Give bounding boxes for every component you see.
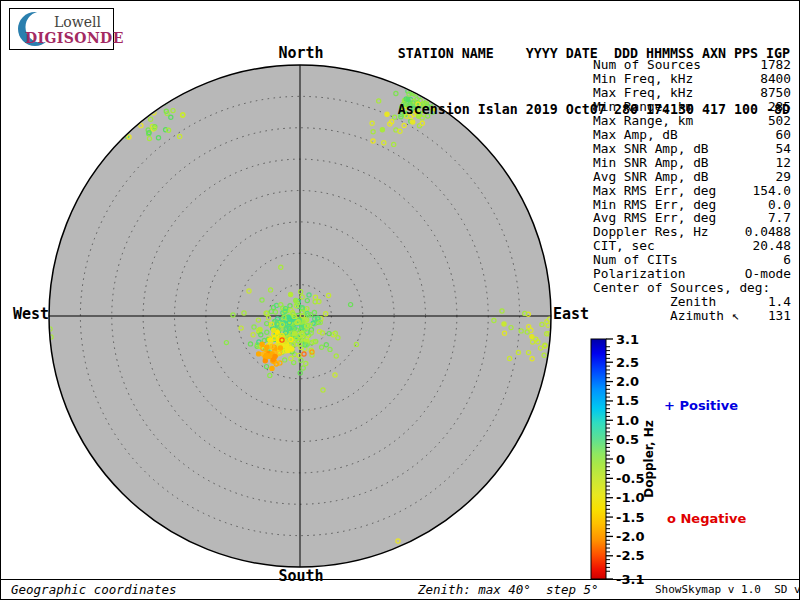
- stat-row: Max Amp, dB60: [593, 128, 791, 142]
- skymap-page: Lowell DIGISONDE STATION NAME YYYY DATE …: [0, 0, 800, 600]
- stat-row: Max Freq, kHz8750: [593, 86, 791, 100]
- stat-row: Avg SNR Amp, dB29: [593, 170, 791, 184]
- stat-label: Min Range, km: [593, 100, 693, 114]
- stat-value: 6: [783, 253, 791, 267]
- stat-value: 8400: [760, 72, 791, 86]
- stat-row: Num of Sources1782: [593, 58, 791, 72]
- stat-value: 29: [776, 170, 791, 184]
- stat-row: Zenith1.4: [593, 295, 791, 309]
- stat-label: Min Freq, kHz: [593, 72, 693, 86]
- stat-row: Center of Sources, deg:: [593, 281, 791, 295]
- stat-row: Max SNR Amp, dB54: [593, 142, 791, 156]
- stat-label: Max Amp, dB: [593, 128, 678, 142]
- compass-label-south: South: [273, 567, 329, 585]
- stat-label: Max SNR Amp, dB: [593, 142, 709, 156]
- colorbar-tick-label: -0.5: [616, 471, 644, 486]
- stat-label: Azimuth ↖: [593, 309, 739, 323]
- footer-zenith-label: Zenith: max 40° step 5°: [418, 582, 599, 597]
- colorbar-tick-label: 0.5: [616, 432, 639, 447]
- footer-coordinates-label: Geographic coordinates: [11, 582, 177, 597]
- colorbar-tick-label: -1.5: [616, 510, 644, 525]
- stats-panel: Num of Sources1782Min Freq, kHz8400Max F…: [593, 58, 791, 323]
- stat-label: Max Freq, kHz: [593, 86, 693, 100]
- logo-text-digisonde: DIGISONDE: [25, 30, 124, 46]
- stat-value: O-mode: [745, 267, 791, 281]
- compass-label-east: East: [553, 305, 589, 323]
- stat-label: Num of Sources: [593, 58, 701, 72]
- stat-value: 0.0488: [745, 225, 791, 239]
- stat-label: Avg RMS Err, deg: [593, 211, 716, 225]
- colorbar-tick-label: 2.5: [616, 355, 639, 370]
- colorbar-tick-label: 1.5: [616, 393, 639, 408]
- stat-label: Center of Sources, deg:: [593, 281, 770, 295]
- stat-label: Max RMS Err, deg: [593, 184, 716, 198]
- stat-label: Polarization: [593, 267, 685, 281]
- stat-row: CIT, sec20.48: [593, 239, 791, 253]
- stat-row: Doppler Res, Hz0.0488: [593, 225, 791, 239]
- legend-positive: + Positive: [664, 398, 738, 413]
- stat-label: Min SNR Amp, dB: [593, 156, 709, 170]
- stat-value: 1782: [760, 58, 791, 72]
- stat-value: 1.4: [768, 295, 791, 309]
- compass-label-west: West: [13, 305, 49, 323]
- stat-value: 12: [776, 156, 791, 170]
- stat-row: Max RMS Err, deg154.0: [593, 184, 791, 198]
- stat-label: Avg SNR Amp, dB: [593, 170, 709, 184]
- stat-value: 0.0: [768, 198, 791, 212]
- colorbar-tick-label: 3.1: [616, 332, 639, 347]
- stat-value: 131: [768, 309, 791, 323]
- stat-row: Min RMS Err, deg0.0: [593, 198, 791, 212]
- colorbar-tick-label: 1.0: [616, 413, 639, 428]
- stat-label: Doppler Res, Hz: [593, 225, 709, 239]
- colorbar-tick-label: -2.0: [616, 529, 644, 544]
- colorbar-tick-label: 0: [616, 452, 625, 467]
- stat-label: Zenith: [593, 295, 716, 309]
- stat-value: 154.0: [752, 184, 791, 198]
- digisonde-logo: Lowell DIGISONDE: [9, 8, 114, 50]
- stat-label: Min RMS Err, deg: [593, 198, 716, 212]
- stat-value: 20.48: [752, 239, 791, 253]
- logo-text-lowell: Lowell: [54, 14, 101, 30]
- stat-row: Min SNR Amp, dB12: [593, 156, 791, 170]
- legend-negative: o Negative: [667, 511, 746, 526]
- stat-row: Min Freq, kHz8400: [593, 72, 791, 86]
- footer-version-label: ShowSkymap v 1.0 SD v 5.1: [655, 583, 800, 596]
- stat-value: 285: [768, 100, 791, 114]
- footer-divider: [1, 579, 799, 580]
- stat-value: 7.7: [768, 211, 791, 225]
- stat-row: Azimuth ↖131: [593, 309, 791, 323]
- stat-row: Max Range, km502: [593, 114, 791, 128]
- stat-label: Num of CITs: [593, 253, 678, 267]
- stat-row: Num of CITs6: [593, 253, 791, 267]
- stat-value: 60: [776, 128, 791, 142]
- stat-row: PolarizationO-mode: [593, 267, 791, 281]
- stat-value: 502: [768, 114, 791, 128]
- stat-row: Min Range, km285: [593, 100, 791, 114]
- doppler-colorbar: 3.12.52.01.51.00.50-0.5-1.0-1.5-2.0-2.5-…: [589, 331, 669, 589]
- stat-value: 54: [776, 142, 791, 156]
- compass-label-north: North: [273, 44, 329, 62]
- colorbar-tick-label: 2.0: [616, 374, 639, 389]
- stat-value: 8750: [760, 86, 791, 100]
- stat-label: Max Range, km: [593, 114, 693, 128]
- colorbar-title: Doppler, Hz: [642, 420, 656, 498]
- stat-row: Avg RMS Err, deg7.7: [593, 211, 791, 225]
- colorbar-tick-label: -1.0: [616, 490, 644, 505]
- colorbar-tick-label: -2.5: [616, 548, 644, 563]
- stat-label: CIT, sec: [593, 239, 655, 253]
